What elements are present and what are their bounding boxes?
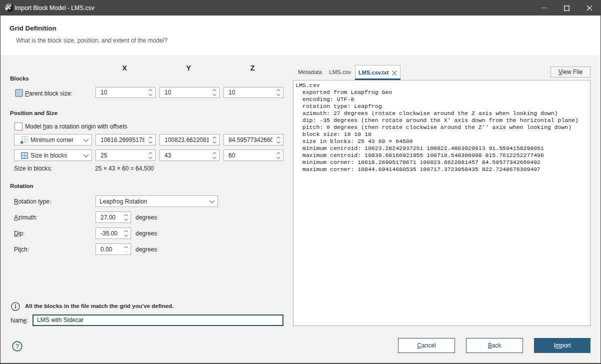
svg-text:?: ? [16, 342, 19, 350]
svg-text:i: i [14, 303, 16, 310]
